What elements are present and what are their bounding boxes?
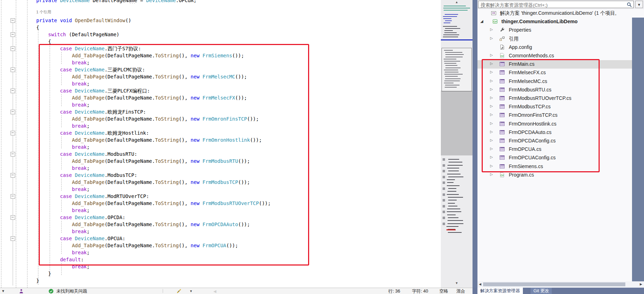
- tree-horizontal-scrollbar[interactable]: ◀ ▶: [477, 281, 644, 288]
- format-brush-icon[interactable]: [176, 288, 182, 294]
- chevron-collapsed-icon[interactable]: ▷: [490, 104, 493, 108]
- tree-row-label: FrmMelsecMC.cs: [509, 78, 547, 84]
- chevron-collapsed-icon[interactable]: ▷: [490, 155, 493, 159]
- minimap-fold-mark: [443, 223, 445, 225]
- tree-row[interactable]: ▷FrmOmronFinsTCP.cs: [477, 111, 632, 120]
- code-line: break;: [36, 207, 90, 214]
- tree-vertical-scrollbar[interactable]: [632, 18, 644, 281]
- code-editor[interactable]: private DeviceName DefaultPageName = Dev…: [0, 0, 441, 288]
- feedback-icon[interactable]: [19, 289, 24, 294]
- minimap-fold-mark: [443, 181, 445, 184]
- chevron-collapsed-icon[interactable]: ▷: [490, 147, 493, 151]
- tab-solution-explorer[interactable]: 解决方案资源管理器: [477, 288, 523, 294]
- tree-row-label: FrmMain.cs: [509, 61, 534, 67]
- tree-row[interactable]: ▷FrmModbusRTUOverTCP.cs: [477, 94, 632, 103]
- code-line: Add_TabPage(DefaultPageName.ToString(), …: [36, 200, 271, 207]
- minimap-code-line: [448, 232, 462, 233]
- code-line: Add_TabPage(DefaultPageName.ToString(), …: [36, 242, 238, 249]
- search-options-dropdown[interactable]: ▼: [635, 1, 643, 8]
- minimap-fold-mark: [443, 199, 445, 202]
- winform-icon: [499, 104, 505, 110]
- solution-icon: [491, 10, 496, 17]
- chevron-collapsed-icon[interactable]: ▷: [490, 87, 493, 91]
- svg-text:C#: C#: [493, 20, 497, 23]
- tree-row[interactable]: ▷FrmMelsecMC.cs: [477, 77, 632, 86]
- chevron-collapsed-icon[interactable]: ▷: [490, 164, 493, 168]
- scrollbar-thumb[interactable]: [483, 282, 625, 286]
- tree-row[interactable]: ▷FrmModbusTCP.cs: [477, 103, 632, 111]
- suggestion-dots: ···: [130, 1, 136, 6]
- tree-row-label: FrmOPCUAConfig.cs: [509, 155, 556, 160]
- minimap-code-line: [447, 215, 456, 215]
- status-bar: ▼ 未找到相关问题 ▼ ◀ 行: 36 字符: 40 空格 混合: [0, 288, 473, 294]
- window-divider[interactable]: [473, 0, 477, 294]
- brush-dropdown-icon[interactable]: ▼: [189, 288, 193, 294]
- tree-row[interactable]: ▷FrmOPCUAConfig.cs: [477, 154, 632, 162]
- chevron-collapsed-icon[interactable]: ▷: [490, 138, 493, 142]
- chevron-collapsed-icon[interactable]: ▷: [490, 96, 493, 100]
- status-dropdown-icon[interactable]: ▼: [1, 288, 5, 294]
- chevron-collapsed-icon[interactable]: ▷: [490, 27, 493, 31]
- minimap-code-line: [443, 16, 457, 17]
- chevron-collapsed-icon[interactable]: ▷: [490, 36, 493, 40]
- minimap-code-line: [448, 197, 463, 198]
- tree-row[interactable]: ▷FrmSiemens.cs: [477, 162, 632, 171]
- tree-row[interactable]: 解决方案 'thinger.CommunicationLibDemo' (1 个…: [477, 9, 632, 18]
- tree-row[interactable]: ◢C#thinger.CommunicationLibDemo: [477, 18, 632, 26]
- tree-row-label: FrmOPCUA.cs: [509, 146, 542, 152]
- tree-row[interactable]: ▷Properties: [477, 26, 632, 34]
- minimap-fold-mark: [443, 205, 445, 207]
- tree-row[interactable]: ▷FrmOPCDAConfig.cs: [477, 137, 632, 145]
- line-indicator[interactable]: 行: 36: [388, 288, 400, 294]
- minimap-code-line: [445, 20, 452, 21]
- tree-row-label: 解决方案 'thinger.CommunicationLibDemo' (1 个…: [500, 10, 617, 17]
- chevron-collapsed-icon[interactable]: ▷: [490, 62, 493, 65]
- code-line: Add_TabPage(DefaultPageName.ToString(), …: [36, 115, 259, 122]
- tree-row[interactable]: ▷引用: [477, 35, 632, 43]
- tree-row[interactable]: ▷FrmModbusRTU.cs: [477, 86, 632, 94]
- minimap-code-line: [443, 37, 458, 37]
- collapse-left-icon[interactable]: ◀: [213, 288, 216, 294]
- codelens-references[interactable]: 1 个引用: [36, 9, 51, 14]
- tree-row-label: CommonMethods.cs: [509, 53, 554, 58]
- minimap-code-line: [448, 177, 463, 177]
- tree-row[interactable]: ▷C#CommonMethods.cs: [477, 52, 632, 60]
- tree-row[interactable]: ▷FrmOPCUA.cs: [477, 145, 632, 154]
- code-line: break;: [36, 59, 90, 66]
- chevron-collapsed-icon[interactable]: ▷: [490, 70, 493, 74]
- line-ending-indicator[interactable]: 混合: [456, 288, 465, 294]
- csfile-icon: C#: [499, 53, 505, 59]
- scroll-up-icon[interactable]: ▲: [441, 0, 473, 4]
- tree-row[interactable]: ▷FrmOPCDAAuto.cs: [477, 128, 632, 137]
- winform-icon: [499, 138, 505, 145]
- solution-explorer-panel: 搜索解决方案资源管理器(Ctrl+;) ▼ 解决方案 'thinger.Comm…: [477, 0, 644, 281]
- chevron-collapsed-icon[interactable]: ▷: [490, 53, 493, 57]
- chevron-collapsed-icon[interactable]: ▷: [490, 130, 493, 134]
- minimap-viewport[interactable]: [442, 48, 472, 91]
- chevron-collapsed-icon[interactable]: ▷: [490, 113, 493, 116]
- scroll-left-icon[interactable]: ◀: [479, 282, 481, 286]
- csfile-icon: C#: [499, 172, 505, 179]
- minimap-scrollbar[interactable]: ▲: [441, 0, 473, 288]
- code-line: case DeviceName.三菱PLCMC协议:: [36, 66, 145, 73]
- tab-git-changes[interactable]: Git 更改: [531, 288, 552, 294]
- chevron-expanded-icon[interactable]: ◢: [480, 19, 483, 24]
- chevron-collapsed-icon[interactable]: ▷: [490, 79, 493, 83]
- tree-row[interactable]: ▷FrmMain.cs: [477, 60, 632, 69]
- scroll-right-icon[interactable]: ▶: [640, 282, 642, 286]
- tree-row[interactable]: ▷FrmMelsecFX.cs: [477, 69, 632, 77]
- column-indicator[interactable]: 字符: 40: [412, 288, 428, 294]
- tree-row[interactable]: ▷FrmOmronHostlink.cs: [477, 120, 632, 128]
- chevron-collapsed-icon[interactable]: ▷: [490, 121, 493, 125]
- code-line: switch (DefaultPageName): [36, 31, 119, 38]
- code-line: Add_TabPage(DefaultPageName.ToString(), …: [36, 179, 250, 186]
- chevron-collapsed-icon[interactable]: ▷: [490, 172, 493, 176]
- tree-row[interactable]: App.config: [477, 43, 632, 52]
- tree-row[interactable]: ▷C#Program.cs: [477, 171, 632, 179]
- tool-window-tabstrip: 解决方案资源管理器 Git 更改: [473, 288, 644, 294]
- scroll-down-icon[interactable]: ▼: [441, 281, 473, 285]
- tree-row-label: FrmOmronHostlink.cs: [509, 121, 556, 127]
- search-input[interactable]: 搜索解决方案资源管理器(Ctrl+;): [478, 1, 634, 8]
- winform-icon: [499, 121, 505, 128]
- spaces-indicator[interactable]: 空格: [439, 288, 448, 294]
